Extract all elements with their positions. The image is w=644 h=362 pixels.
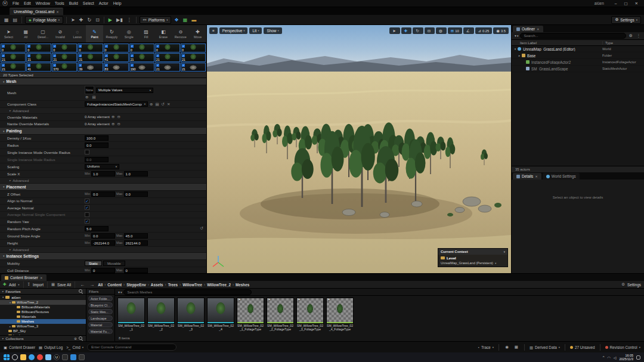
foliage-tool-button[interactable]: ◧ Erase [155, 25, 172, 42]
single-override-checkbox[interactable] [85, 150, 89, 154]
foliage-type-checkbox[interactable]: ✓ [2, 64, 5, 67]
foliage-type-thumbnail[interactable]: ✓ 83 [104, 63, 129, 72]
frame-skip-button[interactable]: ▶▮ [115, 17, 124, 23]
foliage-type-checkbox[interactable]: ✓ [105, 64, 108, 67]
foliage-type-checkbox[interactable]: ✓ [156, 45, 159, 48]
asset-tile[interactable]: * SM_WillowTree_02_3_FoliageType [296, 298, 324, 332]
foliage-type-thumbnail[interactable]: ✓ 21 [129, 53, 154, 62]
z-offset-max-field[interactable]: 0.0 [124, 191, 148, 197]
add-element-icon[interactable]: ⊕ [111, 115, 115, 119]
copy-icon[interactable]: ▤ [154, 102, 159, 107]
breadcrumb-item[interactable]: WillowTree_2 [207, 283, 236, 287]
mesh-thumbnail[interactable]: None [85, 86, 94, 94]
notifications-icon[interactable] [636, 355, 640, 360]
search-icon[interactable] [79, 336, 83, 341]
volume-icon[interactable]: ◁ [614, 355, 617, 360]
quick-add-icon[interactable]: ❖ [173, 17, 179, 23]
search-icon[interactable] [79, 289, 83, 294]
viewport-menu-button[interactable]: ≡ [209, 27, 218, 34]
taskbar-app-icon[interactable] [12, 354, 18, 360]
level-viewport[interactable]: ≡ Perspective▾ Lit▾ Show▾ ➤ ✚ ↻ ⊡ [207, 25, 511, 273]
menu-item[interactable]: Window [33, 1, 52, 5]
tree-item[interactable]: Meshes [0, 319, 86, 324]
breadcrumb-item[interactable]: Trees [168, 283, 183, 287]
foliage-tool-button[interactable]: ▨ Fill [138, 25, 155, 42]
console-input[interactable] [87, 344, 177, 351]
tab-content-browser[interactable]: Content Browser ✕ [1, 274, 47, 281]
foliage-type-checkbox[interactable]: ✓ [2, 45, 5, 48]
foliage-type-thumbnail[interactable]: ✓ 0 [104, 44, 129, 52]
unsaved-button[interactable]: 27 Unsaved [570, 345, 595, 349]
outliner-row[interactable]: ▸ Base Folder [512, 52, 644, 59]
average-normal-single-checkbox[interactable] [85, 212, 89, 217]
height-min-field[interactable]: -262144.0 [91, 240, 115, 246]
random-yaw-checkbox[interactable]: ✓ [85, 219, 89, 224]
asset-tile[interactable]: SM_WillowTree_02_4 [207, 298, 234, 332]
close-icon[interactable]: ✕ [535, 175, 538, 178]
section-placement[interactable]: ▾Placement [0, 184, 206, 191]
foliage-type-thumbnail[interactable]: ✓ 370 [52, 63, 77, 72]
foliage-type-checkbox[interactable]: ✓ [53, 64, 56, 67]
close-icon[interactable]: ✕ [537, 27, 540, 31]
cull-max-field[interactable]: 0 [124, 268, 148, 273]
advanced-toggle[interactable]: ▸Advanced [0, 178, 206, 184]
cull-min-field[interactable]: 0 [91, 268, 115, 273]
ground-slope-max-field[interactable]: 45.0 [124, 233, 148, 239]
memory-icon[interactable]: ▦ [513, 345, 519, 349]
revision-control-dropdown[interactable]: Revision Control ▾ [605, 345, 640, 349]
breadcrumb-item[interactable]: SteppeEnv [126, 283, 151, 287]
ground-slope-min-field[interactable]: 0.0 [91, 233, 115, 239]
foliage-type-thumbnail[interactable]: ✓ 190 [129, 63, 154, 72]
foliage-type-checkbox[interactable]: ✓ [27, 64, 30, 67]
perspective-dropdown[interactable]: Perspective▾ [219, 27, 248, 34]
foliage-type-thumbnail[interactable]: ✓ 21 [26, 53, 51, 62]
foliage-type-checkbox[interactable]: ✓ [131, 54, 134, 57]
breadcrumb-item[interactable]: All [98, 283, 107, 287]
move-tool-icon[interactable]: ✚ [78, 17, 85, 23]
clock[interactable]: 16:05 2025/11/3 [619, 354, 633, 361]
scale-x-min-field[interactable]: 1.0 [91, 171, 115, 177]
taskbar-app-icon[interactable] [29, 354, 35, 360]
minimize-button[interactable]: – [611, 1, 621, 5]
foliage-type-checkbox[interactable]: ✓ [27, 45, 30, 48]
foliage-type-checkbox[interactable]: ✓ [105, 54, 108, 57]
asset-tile[interactable]: SM_WillowTree_02_3 [177, 298, 205, 332]
filter-pill[interactable]: Actor Folde... [88, 296, 113, 301]
taskbar-app-icon[interactable] [70, 354, 76, 360]
back-icon[interactable]: ← [79, 282, 86, 287]
column-type[interactable]: Type [602, 41, 644, 45]
foliage-type-thumbnail[interactable]: ✓ 21 [1, 53, 26, 62]
filter-pill[interactable]: Material [88, 322, 113, 327]
single-radius-field[interactable]: 0.0 [85, 157, 109, 162]
play-options-icon[interactable]: ⋮ [126, 17, 133, 23]
foliage-type-thumbnail[interactable]: ✓ 0 [129, 44, 154, 52]
collections-header[interactable]: ▸ Collections ⊕ [0, 335, 86, 341]
foliage-tool-button[interactable]: ✚ Move [189, 25, 206, 42]
foliage-type-checkbox[interactable]: ✓ [79, 54, 82, 57]
taskbar-app-icon[interactable] [62, 354, 68, 360]
add-button[interactable]: Add [9, 283, 16, 287]
reset-icon[interactable]: ↺ [161, 102, 165, 107]
asset-search-input[interactable] [123, 289, 252, 295]
menu-item[interactable]: File [10, 1, 21, 5]
clear-array-icon[interactable]: ⊖ [116, 115, 120, 119]
foliage-type-checkbox[interactable]: ✓ [156, 64, 159, 67]
viewport-tool-button[interactable]: ⊡ [425, 27, 435, 34]
viewport-tool-button[interactable]: ◍ [436, 27, 447, 34]
tab-world-settings[interactable]: World Settings [543, 173, 580, 180]
scaling-dropdown[interactable]: Uniform▾ [85, 164, 119, 169]
content-drawer-button[interactable]: ▣ Content Drawer [4, 345, 35, 349]
tab-details[interactable]: Details ✕ [513, 173, 541, 180]
foliage-type-checkbox[interactable]: ✓ [79, 64, 82, 67]
taskbar-app-icon[interactable] [37, 354, 43, 360]
reset-icon[interactable]: ↺ [200, 226, 204, 231]
filter-icon[interactable]: ▼▾ [514, 34, 518, 38]
blueprints-icon[interactable]: ▦ [182, 17, 189, 23]
outliner-row[interactable]: SM_GrassLandScape StaticMeshActor [512, 66, 644, 72]
foliage-tool-button[interactable]: ▢ Desel... [35, 25, 52, 42]
advanced-toggle[interactable]: ▸Advanced [0, 247, 206, 253]
foliage-tool-button[interactable]: ✎ Paint [86, 25, 103, 42]
foliage-type-checkbox[interactable]: ✓ [2, 54, 5, 57]
filter-pill[interactable]: Material Fu... [88, 329, 113, 334]
height-max-field[interactable]: 262144.0 [124, 240, 148, 246]
